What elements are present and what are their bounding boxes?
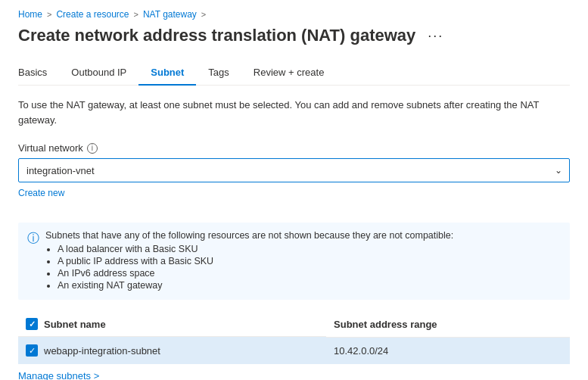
breadcrumb-sep2: > [134, 10, 138, 19]
ellipsis-button[interactable]: ··· [423, 26, 448, 45]
warning-intro-text: Subnets that have any of the following r… [45, 230, 453, 241]
subnet-table: Subnet name Subnet address range webapp-… [18, 312, 570, 364]
vnet-label: Virtual network i [18, 142, 570, 154]
vnet-dropdown[interactable]: integration-vnet [18, 158, 570, 182]
info-text: To use the NAT gateway, at least one sub… [18, 98, 570, 127]
page-title-row: Create network address translation (NAT)… [18, 26, 570, 45]
breadcrumb-sep1: > [47, 10, 51, 19]
breadcrumb-current[interactable]: NAT gateway [143, 9, 197, 20]
warning-item-2: A public IP address with a Basic SKU [58, 256, 453, 266]
warning-list: A load balancer with a Basic SKU A publi… [58, 244, 453, 291]
breadcrumb-create[interactable]: Create a resource [56, 9, 129, 20]
col-subnet-name: Subnet name [18, 312, 326, 337]
tabs-nav: Basics Outbound IP Subnet Tags Review + … [18, 61, 570, 86]
col-address-range: Subnet address range [326, 312, 570, 337]
subnet-range-cell: 10.42.0.0/24 [326, 337, 570, 364]
select-all-checkbox[interactable] [26, 318, 38, 330]
tab-basics[interactable]: Basics [18, 61, 59, 86]
warning-box: ⓘ Subnets that have any of the following… [18, 223, 570, 300]
vnet-dropdown-wrapper: integration-vnet ⌄ [18, 158, 570, 182]
page-title: Create network address translation (NAT)… [18, 26, 415, 45]
warning-content: Subnets that have any of the following r… [45, 230, 453, 292]
row-checkbox[interactable] [26, 344, 38, 357]
table-header-row: Subnet name Subnet address range [18, 312, 570, 337]
vnet-info-icon[interactable]: i [87, 143, 98, 154]
manage-subnets-link[interactable]: Manage subnets > [18, 370, 99, 380]
subnet-name-cell: webapp-integration-subnet [18, 337, 326, 364]
tab-subnet[interactable]: Subnet [138, 61, 196, 86]
breadcrumb-home[interactable]: Home [18, 9, 42, 20]
warning-item-1: A load balancer with a Basic SKU [58, 244, 453, 254]
warning-item-3: An IPv6 address space [58, 268, 453, 279]
create-new-link[interactable]: Create new [18, 188, 64, 198]
warning-item-4: An existing NAT gateway [58, 280, 453, 291]
tab-outbound[interactable]: Outbound IP [59, 61, 138, 86]
tab-tags[interactable]: Tags [196, 61, 241, 86]
info-circle-icon: ⓘ [27, 231, 39, 292]
breadcrumb: Home > Create a resource > NAT gateway > [18, 9, 570, 20]
tab-review[interactable]: Review + create [241, 61, 337, 86]
table-row: webapp-integration-subnet 10.42.0.0/24 [18, 337, 570, 364]
vnet-field: Virtual network i integration-vnet ⌄ Cre… [18, 142, 570, 210]
breadcrumb-sep3: > [201, 10, 206, 19]
